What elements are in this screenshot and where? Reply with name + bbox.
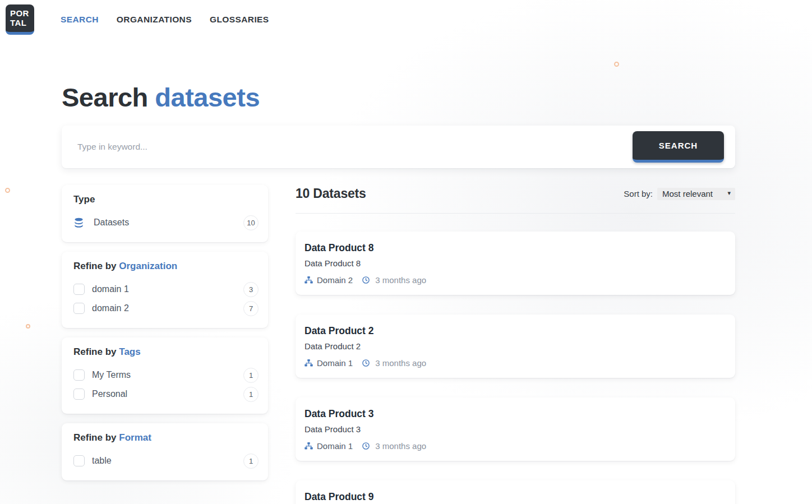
facet-row-domain-1: domain 1 3 xyxy=(73,280,259,299)
checkbox-my-terms[interactable] xyxy=(73,369,85,381)
checkbox-domain-2[interactable] xyxy=(73,303,85,314)
dataset-card-updated: 3 months ago xyxy=(375,358,426,368)
facet-row-my-terms: My Terms 1 xyxy=(73,366,259,385)
dataset-card[interactable]: Data Product 3 Data Product 3 Domain 1 3… xyxy=(296,397,735,461)
sort-select-wrap: Most relevant ▾ xyxy=(657,188,735,200)
sort-area: Sort by: Most relevant ▾ xyxy=(624,188,735,200)
count-badge-domain-2: 7 xyxy=(243,301,259,316)
facet-row-domain-2: domain 2 7 xyxy=(73,299,259,318)
dataset-card[interactable]: Data Product 8 Data Product 8 Domain 2 3… xyxy=(296,232,735,295)
page-title: Search datasets xyxy=(62,82,735,113)
dataset-card-meta: Domain 2 3 months ago xyxy=(304,275,725,285)
search-bar: SEARCH xyxy=(62,126,735,168)
type-panel-title: Type xyxy=(73,194,259,205)
search-button[interactable]: SEARCH xyxy=(633,131,724,163)
confetti-circle xyxy=(26,324,30,329)
dataset-card-meta: Domain 1 3 months ago xyxy=(304,441,725,451)
content-columns: Type Datasets 10 Refine by Organization xyxy=(62,185,735,504)
panel-title-prefix: Refine by xyxy=(73,432,117,443)
dataset-card-title[interactable]: Data Product 2 xyxy=(304,325,725,337)
type-panel: Type Datasets 10 xyxy=(62,185,268,242)
dataset-card-description: Data Product 8 xyxy=(304,258,725,268)
panel-title-prefix: Refine by xyxy=(73,346,117,357)
count-badge-my-terms: 1 xyxy=(243,368,259,383)
clock-icon xyxy=(362,359,370,367)
results-count-heading: 10 Datasets xyxy=(296,186,366,201)
results-header: 10 Datasets Sort by: Most relevant ▾ xyxy=(296,186,735,201)
dataset-card[interactable]: Data Product 9 xyxy=(296,480,735,504)
count-badge-domain-1: 3 xyxy=(243,282,259,297)
format-panel-title: Refine by Format xyxy=(73,432,259,443)
facet-label-personal[interactable]: Personal xyxy=(92,389,127,399)
page-title-highlight: datasets xyxy=(155,82,260,112)
dataset-card-domain[interactable]: Domain 1 xyxy=(317,358,353,368)
organization-panel-title: Refine by Organization xyxy=(73,261,259,272)
page-content: Search datasets SEARCH Type Datasets 10 xyxy=(62,0,735,504)
database-icon xyxy=(73,218,84,228)
panel-title-highlight: Tags xyxy=(119,346,140,357)
facet-row-personal: Personal 1 xyxy=(73,385,259,404)
count-badge-datasets: 10 xyxy=(243,215,259,230)
facet-label-my-terms[interactable]: My Terms xyxy=(92,370,131,380)
logo-line-1: POR xyxy=(10,9,34,19)
count-badge-personal: 1 xyxy=(243,387,259,402)
dataset-card-updated: 3 months ago xyxy=(375,275,426,285)
checkbox-table[interactable] xyxy=(73,455,85,466)
dataset-card-updated: 3 months ago xyxy=(375,441,426,451)
sort-by-label: Sort by: xyxy=(624,189,653,198)
dataset-card-meta: Domain 1 3 months ago xyxy=(304,358,725,368)
sitemap-icon xyxy=(304,359,313,367)
page-title-prefix: Search xyxy=(62,82,148,112)
facet-sidebar: Type Datasets 10 Refine by Organization xyxy=(62,185,268,504)
sitemap-icon xyxy=(304,276,313,284)
facet-row-datasets[interactable]: Datasets 10 xyxy=(73,213,259,232)
results-divider xyxy=(296,213,735,214)
tags-panel: Refine by Tags My Terms 1 Personal 1 xyxy=(62,337,268,414)
clock-icon xyxy=(362,442,370,450)
checkbox-personal[interactable] xyxy=(73,389,85,400)
portal-logo[interactable]: POR TAL xyxy=(6,4,34,35)
confetti-circle xyxy=(5,188,10,193)
panel-title-prefix: Refine by xyxy=(73,261,117,271)
facet-label-table[interactable]: table xyxy=(92,456,112,466)
organization-panel: Refine by Organization domain 1 3 domain… xyxy=(62,252,268,328)
facet-label-datasets: Datasets xyxy=(94,218,129,228)
dataset-card-title[interactable]: Data Product 8 xyxy=(304,242,725,254)
format-panel: Refine by Format table 1 xyxy=(62,423,268,480)
dataset-card-title[interactable]: Data Product 3 xyxy=(304,408,725,420)
dataset-card-title[interactable]: Data Product 9 xyxy=(304,491,725,503)
panel-title-highlight: Format xyxy=(119,432,151,443)
dataset-card-domain[interactable]: Domain 1 xyxy=(317,441,353,451)
sitemap-icon xyxy=(304,442,313,450)
checkbox-domain-1[interactable] xyxy=(73,284,85,295)
dataset-card-description: Data Product 2 xyxy=(304,341,725,351)
sort-select[interactable]: Most relevant xyxy=(657,188,735,200)
logo-line-2: TAL xyxy=(10,19,34,28)
count-badge-table: 1 xyxy=(243,454,259,469)
clock-icon xyxy=(362,276,370,284)
tags-panel-title: Refine by Tags xyxy=(73,346,259,358)
facet-label-domain-2[interactable]: domain 2 xyxy=(92,303,129,313)
dataset-card[interactable]: Data Product 2 Data Product 2 Domain 1 3… xyxy=(296,315,735,378)
facet-label-domain-1[interactable]: domain 1 xyxy=(92,284,129,294)
dataset-card-description: Data Product 3 xyxy=(304,424,725,434)
results-section: 10 Datasets Sort by: Most relevant ▾ Dat… xyxy=(296,185,735,504)
dataset-card-domain[interactable]: Domain 2 xyxy=(317,275,353,285)
panel-title-highlight: Organization xyxy=(119,261,177,271)
facet-row-table: table 1 xyxy=(73,451,259,470)
